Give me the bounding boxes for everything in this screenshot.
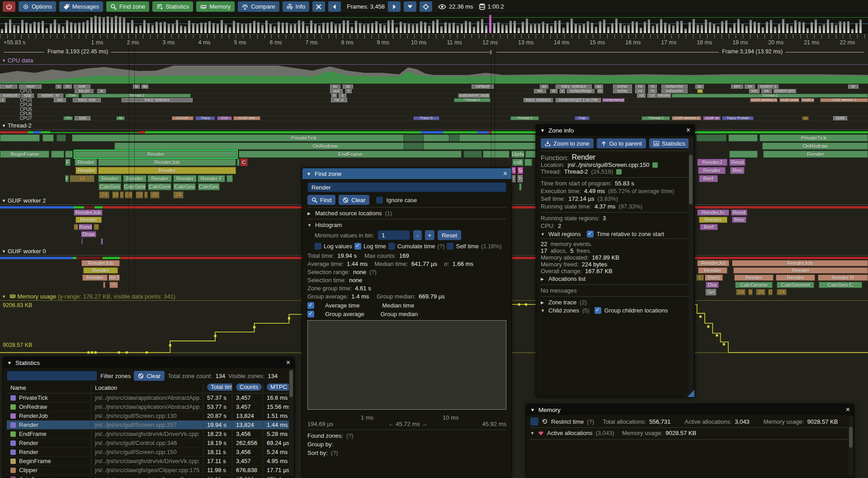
- memory-button[interactable]: Memory: [196, 1, 235, 12]
- table-row[interactable]: BeginFramejni/../jni/src/claw/gfx/drv/vk…: [7, 457, 291, 466]
- cpu-zone[interactable]: composer@: [602, 98, 625, 102]
- cpu-zone[interactable]: au: [695, 85, 704, 89]
- timeline-zone[interactable]: 18: [70, 175, 95, 182]
- memory-usage-header[interactable]: ▼ Memory usage (y-range: 178.27 KB, visi…: [2, 293, 175, 300]
- timeline-zone[interactable]: [65, 151, 73, 158]
- timeline-zone[interactable]: EndFrame: [239, 151, 462, 158]
- timeline-zone[interactable]: Render R: [818, 274, 868, 281]
- zone-trace[interactable]: Zone trace: [548, 299, 576, 306]
- timeline-zone[interactable]: 24: [777, 289, 786, 295]
- timeline-zone[interactable]: C: [768, 289, 773, 295]
- timeline-zone[interactable]: 26: [756, 289, 765, 295]
- zone-statistics-button[interactable]: Statistics: [649, 138, 689, 148]
- timeline-zone[interactable]: RenderJob: [81, 260, 119, 266]
- timeline-zone[interactable]: F: [65, 159, 71, 166]
- cpu-zone[interactable]: aud: [330, 89, 343, 93]
- thread-header[interactable]: ▼Thread-2: [2, 122, 32, 129]
- cpu-zone[interactable]: surfacefl: [0, 94, 20, 98]
- find-button[interactable]: Find: [307, 195, 335, 205]
- timeline-zone[interactable]: Render: [763, 151, 868, 158]
- timeline-zone[interactable]: Rerf: [700, 224, 718, 230]
- histogram-section[interactable]: ▼Histogram: [307, 222, 506, 228]
- table-row[interactable]: EndFramejni/../jni/src/claw/gfx/drv/vk/D…: [7, 430, 291, 439]
- log-values-checkbox[interactable]: [315, 243, 321, 250]
- cpu-zone[interactable]: x: [0, 98, 5, 102]
- timeline-zone[interactable]: Render: [83, 267, 118, 274]
- cpu-zone[interactable]: si: [97, 89, 106, 93]
- cpu-zone[interactable]: surf: [0, 85, 17, 89]
- timeline-zone[interactable]: [226, 175, 232, 182]
- frame-dropdown-button[interactable]: [404, 1, 416, 12]
- timeline-zone[interactable]: [81, 238, 83, 245]
- cpu-zone[interactable]: surfaceflinge: [567, 89, 594, 93]
- cpu-zone[interactable]: mi: [648, 89, 657, 93]
- restrict-time-checkbox[interactable]: [530, 417, 538, 426]
- timeline-zone[interactable]: Render: [698, 267, 727, 274]
- info-button[interactable]: Info: [283, 1, 310, 12]
- timeline-zone[interactable]: [449, 134, 459, 142]
- bin-minus-button[interactable]: -: [413, 230, 421, 240]
- timeline-zone[interactable]: [696, 134, 726, 142]
- timeline-zone[interactable]: Rend: [729, 159, 745, 166]
- timeline-zone[interactable]: [525, 151, 536, 158]
- find-zone-button[interactable]: Find zone: [106, 1, 149, 12]
- cpu-zone[interactable]: GUI: [217, 116, 232, 120]
- cpu-zone[interactable]: tracy_systrace: [556, 85, 592, 89]
- timeline-zone[interactable]: call: [512, 159, 524, 166]
- cpu-zone[interactable]: ssurf: [19, 85, 42, 89]
- timeline-zone[interactable]: CalcGeomet: [777, 282, 814, 288]
- cpu-data-header[interactable]: ▼CPU data: [2, 57, 33, 64]
- timeline-zone[interactable]: Update: [511, 151, 524, 158]
- timeline-zone[interactable]: [404, 142, 424, 150]
- timeline-zone[interactable]: [483, 151, 510, 158]
- cpu-zone[interactable]: s: [56, 85, 61, 89]
- cpu-zone[interactable]: au: [343, 85, 353, 89]
- log-time-checkbox[interactable]: [354, 243, 361, 250]
- min-bin-input[interactable]: [377, 230, 410, 240]
- timeline-zone[interactable]: RenderJ: [697, 159, 727, 166]
- cpu-zone[interactable]: kv: [848, 85, 859, 89]
- timeline-zone[interactable]: Rend: [79, 224, 93, 230]
- cpu-zone[interactable]: system_s: [758, 85, 778, 89]
- table-row[interactable]: Renderjni/../jni/src/guif/Control.cpp:34…: [7, 439, 291, 448]
- timeline-zone[interactable]: Draw: [81, 231, 97, 237]
- timeline-zone[interactable]: CalcGeo: [99, 183, 121, 190]
- cpu-zone[interactable]: surfacef: [472, 85, 494, 89]
- bin-plus-button[interactable]: +: [425, 230, 435, 240]
- timeline-zone[interactable]: CalcGeome: [735, 282, 773, 288]
- timeline-zone[interactable]: RenderJob: [74, 209, 102, 216]
- timeline-zone[interactable]: OnRedraw: [114, 142, 535, 150]
- cpu-zone[interactable]: GUIF worker 2: [820, 98, 868, 102]
- cumulate-time-checkbox[interactable]: [388, 243, 395, 250]
- cpu-zone[interactable]: A: [697, 89, 703, 93]
- group-avg-med-checkbox[interactable]: [307, 311, 314, 317]
- cpu-zone[interactable]: sen: [731, 85, 743, 89]
- table-row[interactable]: RenderJobjni/../jni/src/guif/Screen.cpp:…: [7, 412, 291, 421]
- timeline-zone[interactable]: Render: [75, 217, 102, 223]
- cpu-zone[interactable]: GUIF work: [779, 98, 799, 102]
- options-button[interactable]: Options: [19, 1, 56, 12]
- power-button[interactable]: [3, 1, 15, 12]
- timeline-zone[interactable]: BeginFrame: [0, 151, 49, 158]
- close-icon[interactable]: ×: [846, 406, 850, 413]
- cpu-zone[interactable]: rol: [635, 85, 645, 89]
- table-row[interactable]: CalcGeometryjni/../jni/src/claw/graphics…: [7, 475, 291, 478]
- timeline-zone[interactable]: Render: [734, 274, 773, 281]
- statistics-titlebar[interactable]: ▼Statistics×: [3, 357, 294, 368]
- go-to-parent-button[interactable]: Go to parent: [597, 138, 646, 148]
- frame-label-left[interactable]: Frame 3,193 (22.45 ms): [44, 48, 111, 55]
- table-row[interactable]: Clipperjni/../jni/src/claw/gfx/geo/Clipp…: [7, 466, 291, 475]
- timeline-zone[interactable]: CalcGec: [198, 183, 220, 190]
- zone-info-titlebar[interactable]: ▼Zone info×: [536, 125, 694, 136]
- timeline-zone[interactable]: [729, 151, 758, 158]
- cpu-zone[interactable]: Tracy S: [413, 116, 439, 120]
- cpu-zone[interactable]: Thread-2: [454, 98, 491, 102]
- col-mtpc-sort[interactable]: MTPC: [267, 383, 291, 391]
- cpu-zone[interactable]: composer@2.1-se (Hw: [556, 98, 601, 102]
- timeline-zone[interactable]: 22: [136, 191, 143, 199]
- cpu-zone[interactable]: GGUIF: [172, 116, 193, 120]
- tools-button[interactable]: [312, 1, 325, 12]
- cpu-zone[interactable]: s: [345, 89, 351, 93]
- close-icon[interactable]: ×: [686, 127, 690, 134]
- cpu-zone[interactable]: syste: [833, 116, 847, 120]
